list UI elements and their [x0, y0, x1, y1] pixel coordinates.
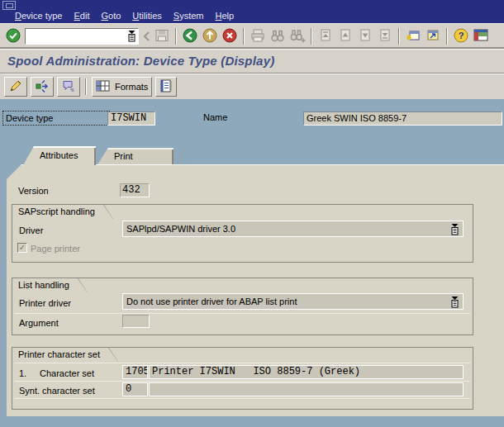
character-set-label: Character set — [40, 367, 94, 380]
new-session-button[interactable] — [403, 26, 423, 46]
system-menu-icon[interactable] — [2, 1, 16, 10]
char-set-group-title: Printer character set — [12, 348, 118, 362]
menu-help[interactable]: Help — [215, 11, 234, 21]
syntax-character-set-description-field[interactable] — [149, 382, 464, 396]
character-set-description-field[interactable]: Printer I7SWIN ISO 8859-7 (Greek) — [149, 365, 464, 379]
sapscript-handling-group: SAPscript handling Driver SAPlpd/SAPWIN … — [12, 204, 473, 263]
find-button[interactable] — [268, 26, 288, 46]
sap-window: Device type Edit Goto Utilities System H… — [0, 0, 504, 427]
toolbar-separator — [311, 28, 312, 45]
save-button[interactable] — [152, 26, 172, 46]
create-shortcut-button[interactable] — [423, 26, 443, 46]
cancel-button[interactable] — [220, 26, 240, 46]
back-button[interactable] — [180, 26, 200, 46]
driver-combobox[interactable]: SAPlpd/SAPWIN driver 3.0 — [122, 221, 464, 237]
menu-goto[interactable]: Goto — [101, 11, 121, 21]
syntax-character-set-label: Synt. character set — [19, 384, 95, 397]
svg-text:?: ? — [459, 31, 464, 40]
menu-bar: Device type Edit Goto Utilities System H… — [0, 0, 504, 23]
previous-page-icon — [337, 27, 354, 45]
argument-label: Argument — [19, 316, 59, 330]
version-field[interactable]: 432 — [120, 183, 150, 197]
where-used-icon — [61, 78, 76, 95]
version-label: Version — [18, 184, 49, 197]
exit-button[interactable] — [200, 26, 220, 46]
page-title: Spool Administration: Device Type (Displ… — [7, 54, 274, 68]
dropdown-icon[interactable] — [450, 296, 459, 308]
print-icon — [250, 27, 266, 45]
menu-utilities[interactable]: Utilities — [132, 11, 161, 21]
argument-field[interactable] — [122, 315, 150, 328]
enter-button[interactable] — [3, 26, 23, 46]
pencil-icon — [8, 78, 23, 95]
attributes-tab-panel: Version 432 SAPscript handling Driver SA… — [7, 164, 504, 416]
menu-system[interactable]: System — [174, 11, 204, 21]
customize-layout-button[interactable] — [471, 26, 491, 46]
formats-table-icon — [96, 79, 111, 94]
previous-page-button[interactable] — [335, 26, 355, 46]
printer-driver-combobox[interactable]: Do not use printer driver for ABAP list … — [122, 293, 464, 310]
command-field — [25, 28, 139, 45]
page-printer-checkbox[interactable]: ✓ — [17, 243, 27, 253]
printer-driver-combobox-value: Do not use printer driver for ABAP list … — [126, 294, 450, 309]
display-change-button[interactable] — [4, 77, 27, 97]
row-separator — [15, 398, 470, 399]
standard-toolbar: ? — [0, 23, 504, 48]
formats-button-label: Formats — [115, 82, 148, 92]
command-input[interactable] — [27, 31, 127, 41]
formats-button[interactable]: Formats — [92, 77, 152, 97]
list-handling-group: List handling Printer driver Do not use … — [12, 278, 473, 335]
application-toolbar: Formats — [0, 73, 504, 99]
last-page-button[interactable] — [375, 26, 395, 46]
first-page-button[interactable] — [316, 26, 335, 46]
syntax-character-set-field[interactable]: 0 — [122, 382, 148, 396]
tab-attributes[interactable]: Attributes — [23, 146, 96, 165]
page-printer-label: Page printer — [31, 242, 80, 255]
row-separator — [15, 313, 470, 314]
new-session-icon — [405, 27, 421, 45]
driver-combobox-value: SAPlpd/SAPWIN driver 3.0 — [126, 221, 450, 236]
find-next-button[interactable] — [288, 26, 307, 46]
sapscript-group-title: SAPscript handling — [12, 205, 113, 219]
where-used-button[interactable] — [57, 77, 80, 97]
dropdown-icon[interactable] — [450, 223, 459, 235]
toolbar-separator — [446, 28, 448, 45]
find-next-icon — [289, 27, 306, 45]
other-device-type-button[interactable] — [31, 77, 54, 97]
help-button[interactable]: ? — [451, 26, 471, 46]
toolbar-separator — [85, 78, 87, 95]
next-page-button[interactable] — [355, 26, 375, 46]
menu-items: Device type Edit Goto Utilities System H… — [15, 11, 234, 21]
exit-icon — [202, 27, 218, 45]
log-button[interactable] — [155, 77, 177, 97]
last-page-icon — [377, 27, 393, 45]
tab-print-controls[interactable]: Print Controls — [97, 148, 174, 164]
next-page-icon — [357, 27, 373, 45]
log-icon — [159, 78, 173, 95]
help-icon: ? — [453, 27, 469, 45]
toolbar-separator — [175, 28, 177, 45]
list-handling-group-tab: List handling — [12, 278, 88, 292]
character-set-field[interactable]: 1705 — [122, 365, 148, 379]
screen-area: Device type I7SWIN Name Greek SWIN ISO 8… — [0, 99, 504, 427]
print-button[interactable] — [248, 26, 268, 46]
sapscript-group-tab: SAPscript handling — [12, 204, 113, 219]
device-type-label: Device type — [2, 111, 110, 126]
device-type-field[interactable]: I7SWIN — [107, 111, 155, 126]
command-history-icon[interactable] — [127, 30, 136, 42]
customize-layout-icon — [473, 27, 489, 45]
cancel-icon — [221, 27, 238, 45]
first-page-icon — [317, 27, 334, 45]
name-field[interactable]: Greek SWIN ISO 8859-7 — [303, 111, 502, 126]
menu-device-type[interactable]: Device type — [15, 11, 62, 21]
driver-label: Driver — [19, 224, 43, 237]
enter-icon — [5, 27, 21, 45]
menu-edit[interactable]: Edit — [74, 11, 89, 21]
row-separator — [15, 381, 470, 382]
char-set-group-tab: Printer character set — [12, 347, 118, 362]
collapse-command-icon[interactable] — [140, 26, 152, 46]
save-icon — [154, 27, 170, 45]
back-icon — [182, 27, 198, 45]
printer-character-set-group: Printer character set 1. Character set 1… — [12, 347, 473, 410]
find-icon — [269, 27, 286, 45]
